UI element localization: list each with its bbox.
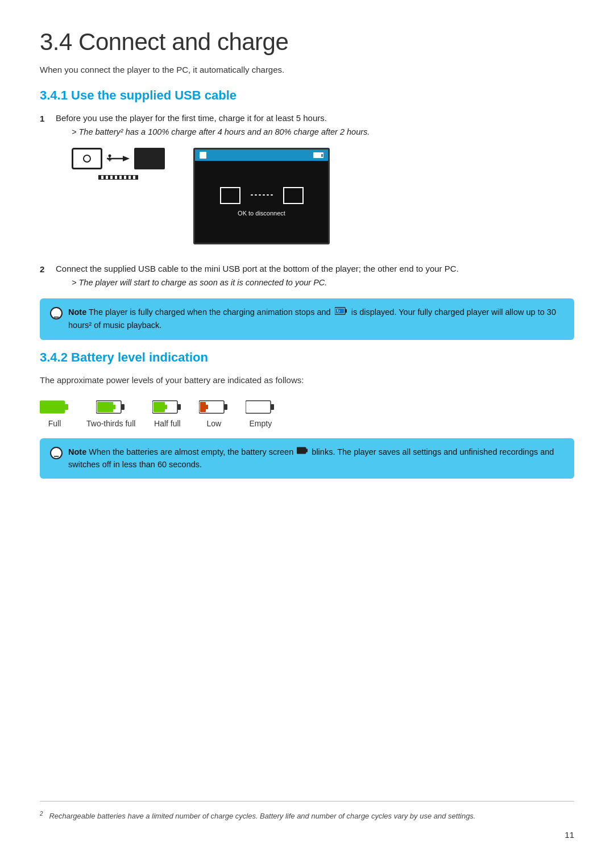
battery-empty-label: Empty [250,419,272,428]
battery-empty-icon [246,398,275,416]
note-label-1: Note [68,308,86,317]
battery-low: Low [199,398,229,428]
screen-menu-icon [200,152,206,159]
screen-body: OK to disconnect [195,161,328,243]
svg-rect-13 [97,402,113,412]
svg-rect-22 [206,405,208,409]
page-subtitle: When you connect the player to the PC, i… [40,65,574,74]
svg-rect-10 [65,404,68,410]
note-box-1: ⎯ Note The player is fully charged when … [40,298,574,340]
battery-blink-icon [297,446,308,459]
svg-rect-14 [113,405,115,409]
step-2-subtext: > The player will start to charge as soo… [72,278,327,287]
screen-right-icon [283,187,304,204]
note-icon-2: ⎯ [50,447,63,459]
note-text-2: Note When the batteries are almost empty… [68,446,564,471]
screen-battery-icon [313,152,323,158]
note-icon-1: ⎯ [50,307,63,319]
page-title: 3.4 Connect and charge [40,28,574,56]
screen-dots [251,194,273,196]
svg-rect-12 [121,404,125,410]
svg-rect-9 [40,401,65,413]
note-box-2: ⎯ Note When the batteries are almost emp… [40,438,574,479]
footnote-text: Rechargeable batteries have a limited nu… [49,812,475,820]
svg-rect-6 [345,309,347,313]
step-2: 2 Connect the supplied USB cable to the … [40,264,574,287]
screen-left-icon [220,187,240,204]
battery-empty: Empty [246,398,275,428]
player-device [72,148,102,169]
svg-rect-21 [200,402,206,412]
svg-rect-16 [177,404,181,410]
battery-half-label: Half full [154,419,181,428]
battery-two-thirds-icon [96,398,126,416]
section-2-title: 3.4.2 Battery level indication [40,350,574,365]
svg-rect-24 [271,404,274,410]
step-1-subtext: > The battery² has a 100% charge after 4… [72,127,370,136]
svg-rect-23 [246,401,271,413]
svg-marker-1 [123,156,130,161]
images-row: OK to disconnect [72,148,574,244]
section-1-title: 3.4.1 Use the supplied USB cable [40,88,574,103]
step-1-number: 1 [40,114,56,123]
battery-two-thirds: Two-thirds full [86,398,135,428]
note-content-2a: When the batteries are almost empty, the… [89,447,296,456]
screen-topbar [195,149,328,161]
battery-low-icon [199,398,229,416]
battery-full-label: Full [48,419,61,428]
page-number: 11 [565,830,574,840]
battery-two-thirds-label: Two-thirds full [86,419,135,428]
device-circle-icon [83,155,91,163]
svg-text:↻: ↻ [337,309,341,314]
battery-full: Full [40,398,69,428]
screen-battery-tip [321,154,323,157]
battery-half: Half full [152,398,182,428]
note-label-2: Note [68,447,86,456]
svg-rect-17 [154,402,165,412]
svg-rect-20 [224,404,227,410]
note-content-1: The player is fully charged when the cha… [89,308,333,317]
step-2-number: 2 [40,264,56,274]
battery-full-icon [40,398,69,416]
svg-rect-26 [306,448,308,452]
battery-full-icon: ↻ [335,306,347,319]
battery-half-icon [152,398,182,416]
screen-disconnect-label: OK to disconnect [238,210,285,217]
step-1: 1 Before you use the player for the firs… [40,113,574,256]
footnote: 2 Rechargeable batteries have a limited … [40,801,574,823]
section-2-subtitle: The approximate power levels of your bat… [40,375,574,385]
step-1-text: Before you use the player for the first … [56,113,327,123]
footnote-number: 2 [40,812,47,820]
pc-device [134,148,165,169]
screen-icons-row [220,187,304,204]
battery-level-row: Full Two-thirds full Half full Low [40,398,574,428]
usb-arrow-icon [107,153,130,164]
usb-diagram [72,148,165,180]
device-screen: OK to disconnect [193,148,330,244]
note-text-1: Note The player is fully charged when th… [68,306,564,332]
battery-low-label: Low [207,419,222,428]
svg-rect-25 [297,447,306,454]
pc-base [98,175,138,180]
step-2-text: Connect the supplied USB cable to the mi… [56,264,459,273]
svg-rect-18 [165,405,167,409]
